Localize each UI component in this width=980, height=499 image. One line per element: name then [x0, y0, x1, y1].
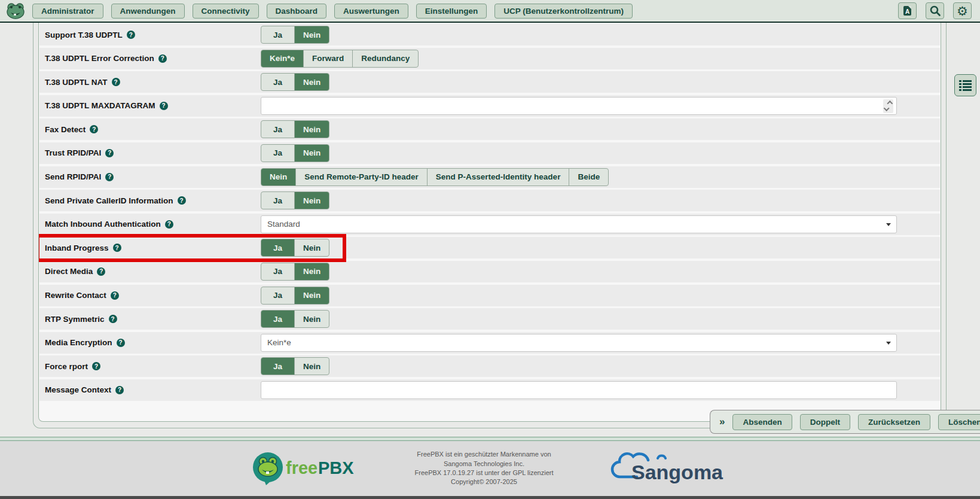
footer-brand-free: free [286, 458, 317, 477]
select-media-encryption[interactable]: Kein*e [261, 334, 897, 352]
toggle-option-nein[interactable]: Nein [294, 121, 329, 138]
nav-tab-anwendungen[interactable]: Anwendungen [111, 4, 185, 19]
field-label-text: Send RPID/PAI [45, 172, 101, 181]
nav-tab-einstellungen[interactable]: Einstellungen [416, 4, 487, 19]
toggle-option-ja[interactable]: Ja [261, 358, 294, 375]
toggle-option-nein[interactable]: Nein [261, 169, 295, 185]
nav-tab-auswertungen[interactable]: Auswertungen [334, 4, 408, 19]
field-label: Rewrite Contact? [39, 291, 261, 300]
input-message-context[interactable] [261, 381, 897, 399]
help-icon[interactable]: ? [127, 31, 135, 39]
toggle-group-trust-rpid-pai: JaNein [261, 144, 329, 162]
toggle-group-fax-detect: JaNein [261, 120, 329, 138]
absenden-button[interactable]: Absenden [732, 414, 792, 430]
field-control: JaNein [261, 191, 940, 209]
field-control: JaNein [261, 239, 940, 257]
form-row-rtp-symmetric: RTP Symmetric?JaNein [39, 308, 940, 330]
footer: free PBX FreePBX ist ein geschützter Mar… [0, 441, 980, 496]
doppelt-button[interactable]: Doppelt [800, 414, 850, 430]
help-icon[interactable]: ? [158, 54, 167, 63]
field-label-text: Message Context [45, 385, 111, 394]
toggle-option-send-p-asserted-identity-header[interactable]: Send P-Asserted-Identity header [427, 169, 569, 185]
help-icon[interactable]: ? [111, 291, 119, 300]
help-icon[interactable]: ? [90, 125, 98, 133]
toggle-option-nein[interactable]: Nein [294, 287, 329, 304]
help-icon[interactable]: ? [97, 267, 105, 276]
field-label: Fax Detect? [39, 125, 261, 134]
toggle-option-nein[interactable]: Nein [294, 192, 329, 209]
toggle-option-ja[interactable]: Ja [261, 192, 294, 209]
toggle-option-nein[interactable]: Nein [294, 263, 329, 280]
footer-partner-text: Sangoma [631, 461, 723, 483]
toggle-option-ja[interactable]: Ja [261, 26, 294, 43]
toggle-group-force-rport: JaNein [261, 357, 329, 375]
toggle-group-send-rpid-pai: NeinSend Remote-Party-ID headerSend P-As… [261, 168, 609, 186]
help-icon[interactable]: ? [105, 149, 114, 157]
help-icon[interactable]: ? [178, 196, 186, 205]
toggle-option-send-remote-party-id-header[interactable]: Send Remote-Party-ID header [295, 169, 427, 185]
help-icon[interactable]: ? [115, 386, 124, 394]
help-icon[interactable]: ? [92, 362, 100, 370]
toggle-option-nein[interactable]: Nein [294, 26, 329, 43]
help-icon[interactable]: ? [109, 315, 117, 323]
top-navbar: AdministratorAnwendungenConnectivityDash… [0, 0, 980, 23]
settings-form: Support T.38 UDPTL?JaNeinT.38 UDPTL Erro… [38, 23, 941, 422]
nav-tab-administrator[interactable]: Administrator [32, 4, 103, 19]
number-spinner[interactable] [883, 99, 893, 113]
toggle-option-kein-e[interactable]: Kein*e [261, 50, 303, 67]
spinner-down-icon[interactable] [884, 105, 890, 111]
action-bar: » AbsendenDoppeltZurücksetzenLöschen [710, 410, 980, 434]
field-control [261, 97, 940, 115]
l-schen-button[interactable]: Löschen [938, 414, 980, 430]
sangoma-logo: Sangoma [610, 451, 729, 486]
form-row-send-private-callerid-information: Send Private CallerID Information?JaNein [39, 190, 940, 211]
select-match-inbound-authentication[interactable]: Standard [261, 215, 897, 233]
toggle-option-ja[interactable]: Ja [261, 239, 294, 256]
help-icon[interactable]: ? [165, 220, 173, 229]
settings-button[interactable]: ⚙ [953, 2, 972, 19]
field-label: Direct Media? [39, 267, 261, 276]
nav-tab-connectivity[interactable]: Connectivity [193, 4, 259, 19]
search-button[interactable] [926, 2, 944, 19]
toggle-option-ja[interactable]: Ja [261, 74, 294, 90]
expand-chevron-icon[interactable]: » [719, 416, 725, 428]
field-control [261, 381, 940, 399]
help-icon[interactable]: ? [105, 173, 114, 181]
field-control: JaNein [261, 310, 940, 328]
translate-button[interactable]: A [898, 2, 917, 19]
nav-tab-dashboard[interactable]: Dashboard [267, 4, 327, 19]
toggle-group-support-t-38-udptl: JaNein [261, 26, 329, 44]
field-label: RTP Symmetric? [39, 315, 261, 324]
toggle-option-ja[interactable]: Ja [261, 311, 294, 327]
field-control: JaNein [261, 287, 940, 305]
input-t-38-udptl-maxdatagram[interactable] [261, 97, 897, 115]
help-icon[interactable]: ? [112, 78, 120, 86]
toggle-option-beide[interactable]: Beide [569, 169, 608, 185]
nav-tab-ucp-benutzerkontrollzentrum[interactable]: UCP (Benutzerkontrollzentrum) [494, 4, 633, 19]
sidebar-toggle-button[interactable] [954, 74, 976, 96]
toggle-option-ja[interactable]: Ja [261, 145, 294, 162]
toggle-option-forward[interactable]: Forward [303, 50, 352, 67]
help-icon[interactable]: ? [117, 339, 125, 347]
toggle-option-nein[interactable]: Nein [294, 239, 329, 256]
form-row-message-context: Message Context? [39, 379, 940, 401]
field-label: Match Inbound Authentication? [39, 220, 261, 229]
toggle-option-redundancy[interactable]: Redundancy [352, 50, 418, 67]
toggle-option-nein[interactable]: Nein [294, 74, 329, 90]
field-label-text: Rewrite Contact [45, 291, 106, 300]
help-icon[interactable]: ? [113, 244, 121, 252]
help-icon[interactable]: ? [160, 102, 168, 110]
field-label-text: Trust RPID/PAI [45, 148, 101, 157]
form-row-rewrite-contact: Rewrite Contact?JaNein [39, 285, 940, 306]
field-label-text: Direct Media [45, 267, 93, 276]
toggle-option-ja[interactable]: Ja [261, 263, 294, 280]
toggle-option-nein[interactable]: Nein [294, 145, 329, 162]
zur-cksetzen-button[interactable]: Zurücksetzen [858, 414, 930, 430]
toggle-option-nein[interactable]: Nein [294, 358, 329, 375]
form-row-t-38-udptl-nat: T.38 UDPTL NAT?JaNein [39, 71, 940, 93]
toggle-option-ja[interactable]: Ja [261, 287, 294, 304]
toggle-group-direct-media: JaNein [261, 263, 329, 281]
toggle-option-ja[interactable]: Ja [261, 121, 294, 138]
toggle-option-nein[interactable]: Nein [294, 311, 329, 327]
spinner-up-icon[interactable] [887, 101, 893, 107]
